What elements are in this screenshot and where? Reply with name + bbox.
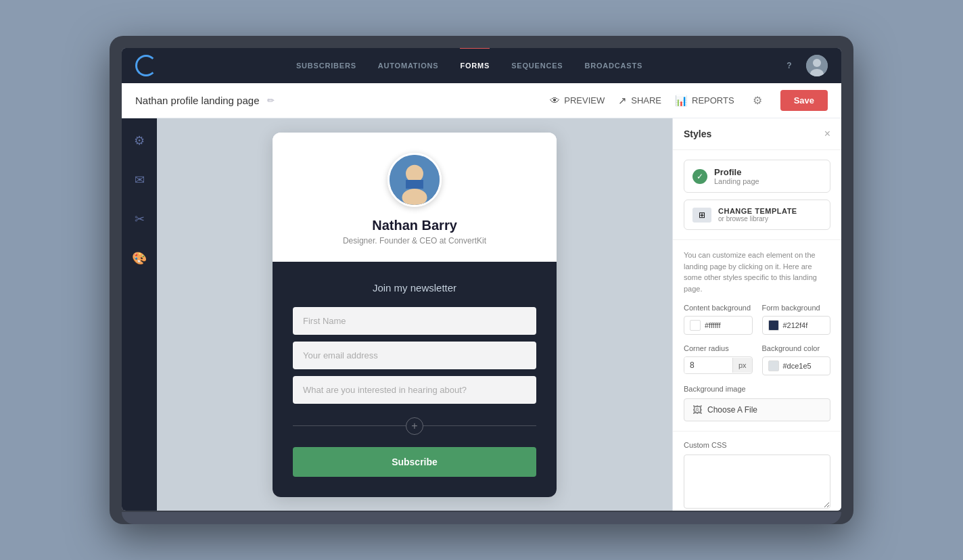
hint-text: You can customize each element on the la… xyxy=(684,250,830,294)
edit-icon[interactable]: ✏ xyxy=(267,95,275,106)
form-bg-label: Form background xyxy=(762,304,831,312)
form-bg-col: Form background #212f4f xyxy=(762,304,831,335)
laptop-base xyxy=(122,512,841,524)
panel-title: Styles xyxy=(684,129,711,139)
page-title: Nathan profile landing page xyxy=(135,95,259,106)
app-logo xyxy=(135,55,157,76)
newsletter-title: Join my newsletter xyxy=(293,282,536,294)
reports-icon: 📊 xyxy=(675,95,688,107)
laptop-outer: SUBSCRIBERS AUTOMATIONS FORMS SEQUENCES … xyxy=(110,36,853,524)
radius-color-row: Corner radius px Background color #dce1e… xyxy=(684,344,830,375)
change-template-subtitle: or browse library xyxy=(718,215,822,223)
add-row-line-left xyxy=(293,425,406,426)
main-content: ⚙ ✉ ✂ 🎨 xyxy=(122,118,841,511)
nav-right: ? xyxy=(782,55,828,76)
styles-panel: Styles × ✓ Profile Landing page ⊞ xyxy=(672,118,841,511)
nav-subscribers[interactable]: SUBSCRIBERS xyxy=(296,59,356,72)
interest-input[interactable] xyxy=(293,376,536,404)
top-nav: SUBSCRIBERS AUTOMATIONS FORMS SEQUENCES … xyxy=(122,48,841,83)
profile-bio: Designer. Founder & CEO at ConvertKit xyxy=(343,236,486,246)
change-template-text: CHANGE TEMPLATE or browse library xyxy=(718,207,822,223)
form-bg-value: #212f4f xyxy=(783,321,808,329)
profile-selector-text: Profile Landing page xyxy=(714,167,822,185)
profile-check-icon: ✓ xyxy=(692,169,707,184)
add-element-row: + xyxy=(293,417,536,435)
landing-card-top: Nathan Barry Designer. Founder & CEO at … xyxy=(273,133,557,262)
corner-radius-input[interactable] xyxy=(684,357,732,373)
content-bg-label: Content background xyxy=(684,304,753,312)
nav-automations[interactable]: AUTOMATIONS xyxy=(378,59,439,72)
bg-image-label: Background image xyxy=(684,385,830,393)
content-bg-value: #ffffff xyxy=(705,321,720,329)
add-row-line-right xyxy=(423,425,536,426)
bg-colors-row: Content background #ffffff Form backgrou… xyxy=(684,304,830,335)
bg-color-value: #dce1e5 xyxy=(783,362,812,370)
bg-color-label: Background color xyxy=(762,344,831,352)
profile-selector-subtitle: Landing page xyxy=(714,177,822,185)
side-toolbar: ⚙ ✉ ✂ 🎨 xyxy=(122,118,157,511)
add-element-button[interactable]: + xyxy=(406,417,423,435)
sub-header-right: 👁 PREVIEW ↗ SHARE 📊 REPORTS ⚙ Save xyxy=(550,90,828,111)
toolbar-theme-icon[interactable]: 🎨 xyxy=(128,247,151,270)
landing-card: Nathan Barry Designer. Founder & CEO at … xyxy=(273,133,557,497)
corner-radius-unit: px xyxy=(732,358,752,373)
laptop-screen: SUBSCRIBERS AUTOMATIONS FORMS SEQUENCES … xyxy=(122,48,841,511)
svg-rect-6 xyxy=(406,180,423,189)
nav-forms[interactable]: FORMS xyxy=(460,59,490,72)
bg-color-box xyxy=(768,360,779,371)
file-icon: 🖼 xyxy=(692,404,702,415)
profile-name: Nathan Barry xyxy=(372,218,457,233)
content-bg-color-box xyxy=(690,320,701,331)
panel-header: Styles × xyxy=(673,118,841,150)
share-icon: ↗ xyxy=(618,95,627,107)
help-button[interactable]: ? xyxy=(782,58,797,73)
change-template-button[interactable]: ⊞ CHANGE TEMPLATE or browse library xyxy=(684,200,830,230)
change-template-title: CHANGE TEMPLATE xyxy=(718,207,822,215)
choose-file-label: Choose A File xyxy=(707,405,757,415)
nav-links: SUBSCRIBERS AUTOMATIONS FORMS SEQUENCES … xyxy=(184,59,755,72)
choose-file-button[interactable]: 🖼 Choose A File xyxy=(684,398,830,421)
preview-icon: 👁 xyxy=(550,95,560,106)
corner-radius-label: Corner radius xyxy=(684,344,753,352)
profile-selector-title: Profile xyxy=(714,167,822,177)
landing-card-bottom: Join my newsletter + Subscribe xyxy=(273,262,557,497)
custom-css-label: Custom CSS xyxy=(684,441,830,449)
content-bg-swatch[interactable]: #ffffff xyxy=(684,316,753,335)
form-bg-swatch[interactable]: #212f4f xyxy=(762,316,831,335)
profile-section: ✓ Profile Landing page ⊞ CHANGE TEMPLATE… xyxy=(673,150,841,240)
reports-button[interactable]: 📊 REPORTS xyxy=(675,95,734,107)
toolbar-magic-icon[interactable]: ✂ xyxy=(131,208,149,231)
custom-css-textarea[interactable] xyxy=(684,454,830,509)
colors-section: You can customize each element on the la… xyxy=(673,240,841,431)
save-button[interactable]: Save xyxy=(780,90,828,111)
custom-css-section: Custom CSS xyxy=(673,431,841,511)
nav-broadcasts[interactable]: BROADCASTS xyxy=(584,59,642,72)
canvas-area: Nathan Barry Designer. Founder & CEO at … xyxy=(157,118,672,511)
corner-radius-row: px xyxy=(684,356,753,374)
toolbar-email-icon[interactable]: ✉ xyxy=(131,168,149,191)
corner-radius-col: Corner radius px xyxy=(684,344,753,375)
bg-color-swatch[interactable]: #dce1e5 xyxy=(762,356,831,375)
user-avatar[interactable] xyxy=(806,55,828,76)
sub-header: Nathan profile landing page ✏ 👁 PREVIEW … xyxy=(122,83,841,118)
profile-selector[interactable]: ✓ Profile Landing page xyxy=(684,160,830,193)
email-input[interactable] xyxy=(293,342,536,369)
subscribe-button[interactable]: Subscribe xyxy=(293,447,536,477)
form-bg-color-box xyxy=(768,320,779,331)
bg-color-col: Background color #dce1e5 xyxy=(762,344,831,375)
profile-avatar xyxy=(387,153,442,207)
nav-sequences[interactable]: SEQUENCES xyxy=(511,59,563,72)
settings-button[interactable]: ⚙ xyxy=(748,91,767,110)
share-button[interactable]: ↗ SHARE xyxy=(618,95,661,107)
svg-point-1 xyxy=(813,59,821,67)
preview-button[interactable]: 👁 PREVIEW xyxy=(550,95,605,106)
panel-close-button[interactable]: × xyxy=(824,128,830,140)
first-name-input[interactable] xyxy=(293,307,536,335)
toolbar-settings-icon[interactable]: ⚙ xyxy=(130,129,149,152)
template-icon: ⊞ xyxy=(692,208,711,223)
svg-point-4 xyxy=(406,164,423,182)
content-bg-col: Content background #ffffff xyxy=(684,304,753,335)
